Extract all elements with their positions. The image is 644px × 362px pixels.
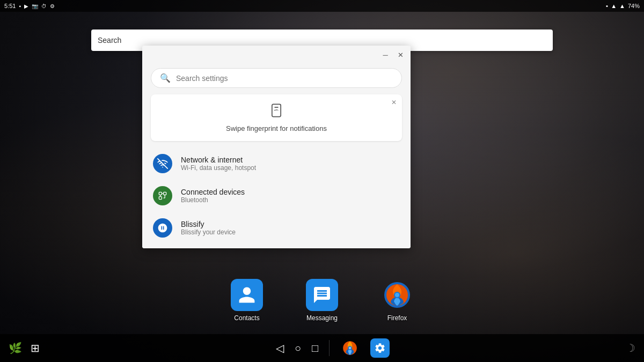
top-search-input[interactable] (98, 36, 546, 45)
contacts-icon[interactable]: Contacts (231, 279, 263, 322)
network-item-text: Network & internet Wi-Fi, data usage, ho… (181, 156, 256, 172)
contacts-label: Contacts (234, 314, 259, 322)
search-settings-input[interactable] (176, 74, 393, 83)
svg-point-12 (395, 293, 399, 297)
taskbar-divider (329, 340, 330, 356)
status-icon-1: ▪ (19, 3, 21, 9)
settings-panel-header: ─ ✕ (142, 46, 411, 64)
search-settings-container: 🔍 (151, 68, 402, 88)
svg-point-14 (349, 347, 351, 349)
network-item-subtitle: Wi-Fi, data usage, hotspot (181, 164, 256, 172)
taskbar-leaf-icon[interactable]: 🌿 (9, 342, 22, 354)
status-icon-3: 📷 (32, 3, 38, 9)
settings-item-network[interactable]: Network & internet Wi-Fi, data usage, ho… (142, 147, 411, 180)
firefox-label: Firefox (387, 314, 407, 322)
blissify-item-title: Blissify (181, 220, 236, 228)
messaging-icon-img (306, 279, 338, 311)
blissify-item-subtitle: Blissify your device (181, 228, 236, 236)
notification-icon (269, 103, 284, 121)
messaging-app-icon[interactable]: Messaging (306, 279, 338, 322)
connected-item-subtitle: Bluetooth (181, 196, 245, 204)
wifi-icon: ▲ (611, 3, 617, 9)
search-settings-icon: 🔍 (160, 73, 171, 83)
taskbar-firefox-icon[interactable] (340, 338, 360, 358)
status-bar: 5:51 ▪ ▶ 📷 ⏱ ⚙ ▪ ▲ ▲ 74% (0, 0, 644, 12)
status-icon-4: ⏱ (41, 3, 47, 9)
close-button[interactable]: ✕ (396, 50, 405, 60)
status-bar-left: 5:51 ▪ ▶ 📷 ⏱ ⚙ (4, 3, 55, 9)
taskbar-brightness-icon[interactable]: ☽ (626, 342, 635, 354)
svg-rect-3 (164, 192, 166, 195)
firefox-desktop-icon[interactable]: Firefox (381, 279, 413, 322)
search-settings-row: 🔍 (142, 64, 411, 94)
network-icon (153, 154, 172, 173)
connected-item-text: Connected devices Bluetooth (181, 188, 245, 204)
settings-item-blissify[interactable]: Blissify Blissify your device (142, 212, 411, 244)
signal-icon: ▲ (619, 3, 625, 9)
sim-icon: ▪ (606, 3, 608, 9)
taskbar-home-icon[interactable]: ○ (295, 342, 301, 354)
taskbar: 🌿 ⊞ ◁ ○ □ ☽ (0, 334, 644, 362)
status-bar-right: ▪ ▲ ▲ 74% (606, 3, 640, 9)
connected-item-title: Connected devices (181, 188, 245, 196)
taskbar-right: ☽ (626, 342, 635, 354)
taskbar-back-icon[interactable]: ◁ (276, 342, 284, 354)
svg-rect-0 (272, 104, 281, 116)
network-item-title: Network & internet (181, 156, 256, 164)
notification-close-button[interactable]: ✕ (391, 99, 397, 106)
notification-banner: Swipe fingerprint for notifications ✕ (151, 94, 402, 141)
taskbar-settings-icon[interactable] (370, 338, 390, 358)
messaging-label: Messaging (306, 314, 338, 322)
notification-text: Swipe fingerprint for notifications (226, 124, 327, 132)
svg-rect-4 (159, 197, 162, 200)
blissify-icon (153, 218, 172, 238)
taskbar-left: 🌿 ⊞ (9, 342, 40, 354)
status-time: 5:51 (4, 3, 16, 9)
desktop-icons: Contacts Messaging Firef (0, 279, 644, 322)
minimize-button[interactable]: ─ (380, 50, 390, 60)
blissify-item-text: Blissify Blissify your device (181, 220, 236, 236)
settings-item-connected[interactable]: Connected devices Bluetooth (142, 180, 411, 212)
contacts-icon-img (231, 279, 263, 311)
status-icon-5: ⚙ (50, 3, 55, 9)
taskbar-center: ◁ ○ □ (44, 338, 621, 358)
status-icon-2: ▶ (24, 3, 28, 9)
firefox-icon-img (381, 279, 413, 311)
taskbar-grid-icon[interactable]: ⊞ (31, 342, 40, 354)
settings-list: Network & internet Wi-Fi, data usage, ho… (142, 147, 411, 248)
settings-panel: ─ ✕ 🔍 Swipe fingerprint for notification… (142, 46, 411, 248)
notification-content: Swipe fingerprint for notifications (159, 103, 393, 132)
battery-percent: 74% (628, 3, 640, 9)
svg-rect-2 (159, 192, 162, 195)
connected-devices-icon (153, 186, 172, 205)
taskbar-recents-icon[interactable]: □ (312, 342, 318, 354)
